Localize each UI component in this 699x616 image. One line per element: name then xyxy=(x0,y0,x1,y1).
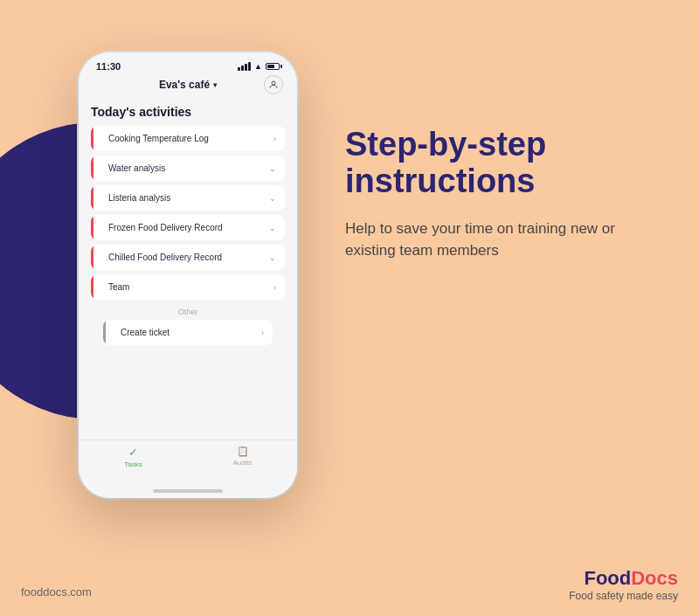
activity-label: Water analysis xyxy=(108,163,269,173)
activity-list: Cooking Temperature Log › Water analysis… xyxy=(91,126,285,300)
tasks-icon: ✓ xyxy=(128,446,138,459)
other-list: Create ticket › xyxy=(103,320,273,345)
brand-name: FoodDocs xyxy=(569,567,678,590)
activity-label: Frozen Food Delivery Record xyxy=(108,223,269,232)
list-item[interactable]: Frozen Food Delivery Record ⌄ xyxy=(91,215,285,240)
phone-mockup: 11:30 ▲ Eva's café ▾ xyxy=(79,52,297,498)
audits-icon: 📋 xyxy=(237,446,249,457)
wifi-icon: ▲ xyxy=(254,62,262,71)
tab-audits-label: Audits xyxy=(232,459,252,467)
activity-label: Team xyxy=(108,282,273,292)
main-description: Help to save your time on training new o… xyxy=(345,218,625,262)
main-headline: Step-by-step instructions xyxy=(345,127,668,200)
list-item[interactable]: Team › xyxy=(91,274,285,300)
battery-icon xyxy=(266,63,280,70)
footer-brand: FoodDocs Food safety made easy xyxy=(569,567,678,602)
accent-bar xyxy=(91,216,93,240)
accent-bar xyxy=(103,321,106,345)
tab-tasks-label: Tasks xyxy=(124,460,142,468)
signal-icon xyxy=(238,62,251,71)
chevron-icon: ⌄ xyxy=(269,164,276,173)
chevron-icon: ⌄ xyxy=(269,253,276,262)
website-url: fooddocs.com xyxy=(21,585,92,599)
phone-status-bar: 11:30 ▲ xyxy=(79,52,297,75)
chevron-icon: ⌄ xyxy=(269,194,276,203)
list-item[interactable]: Chilled Food Delivery Record ⌄ xyxy=(91,245,285,270)
chevron-down-icon: ▾ xyxy=(213,81,217,89)
home-indicator xyxy=(79,477,297,498)
cafe-selector[interactable]: Eva's café ▾ xyxy=(159,79,217,91)
cafe-name: Eva's café xyxy=(159,79,210,91)
list-item[interactable]: Water analysis ⌄ xyxy=(91,156,285,181)
activity-label: Listeria analysis xyxy=(108,193,269,203)
accent-bar xyxy=(91,246,93,270)
accent-bar xyxy=(91,127,93,151)
list-item[interactable]: Listeria analysis ⌄ xyxy=(91,185,285,211)
chevron-icon: › xyxy=(273,135,276,143)
phone-content: Today's activities Cooking Temperature L… xyxy=(79,98,297,498)
status-time: 11:30 xyxy=(96,61,121,72)
svg-point-0 xyxy=(272,81,275,85)
list-item[interactable]: Cooking Temperature Log › xyxy=(91,126,285,151)
tab-bar: ✓ Tasks 📋 Audits xyxy=(79,440,297,477)
other-section: Other Create ticket › xyxy=(91,304,285,351)
status-icons: ▲ xyxy=(238,62,280,71)
activities-section: Today's activities Cooking Temperature L… xyxy=(79,98,297,440)
right-content: Step-by-step instructions Help to save y… xyxy=(345,127,668,262)
activity-label: Cooking Temperature Log xyxy=(108,134,273,143)
app-header: Eva's café ▾ xyxy=(79,75,297,98)
profile-button[interactable] xyxy=(264,75,283,94)
brand-tagline: Food safety made easy xyxy=(569,590,678,602)
other-label: Other xyxy=(103,308,273,316)
footer-website: fooddocs.com xyxy=(21,585,92,599)
chevron-icon: › xyxy=(273,283,276,292)
section-title: Today's activities xyxy=(91,105,285,119)
activity-label: Chilled Food Delivery Record xyxy=(108,253,269,262)
tab-tasks[interactable]: ✓ Tasks xyxy=(79,446,188,468)
activity-label: Create ticket xyxy=(121,328,261,337)
chevron-icon: ⌄ xyxy=(269,224,276,232)
chevron-icon: › xyxy=(261,329,264,337)
tab-audits[interactable]: 📋 Audits xyxy=(188,446,297,468)
accent-bar xyxy=(91,186,93,211)
list-item[interactable]: Create ticket › xyxy=(103,320,273,345)
accent-bar xyxy=(91,275,93,300)
accent-bar xyxy=(91,156,93,181)
